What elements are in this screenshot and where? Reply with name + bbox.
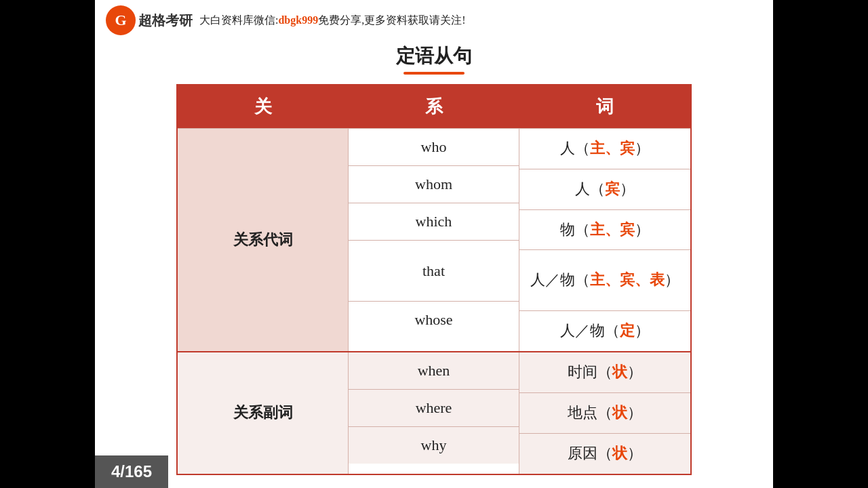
- brand-name: 超格考研: [138, 12, 193, 30]
- top-banner: G 超格考研 大白资料库微信:dbgk999免费分享,更多资料获取请关注!: [95, 0, 773, 38]
- notice-suffix: 免费分享,更多资料获取请关注!: [318, 14, 465, 26]
- pronoun-meanings: 人（主、宾） 人（宾） 物（主、宾） 人／物（主、宾、表） 人／物（定）: [519, 129, 690, 351]
- meaning-when: 时间（状）: [519, 352, 690, 393]
- notice-prefix: 大白资料库微信:: [199, 14, 278, 26]
- main-table: 关 系 词 关系代词 who whom which that whose 人（主…: [176, 84, 692, 475]
- word-when: when: [349, 352, 519, 390]
- logo-icon: G: [106, 5, 136, 35]
- meaning-why: 原因（状）: [519, 434, 690, 474]
- header-col-1: 关: [178, 85, 349, 128]
- meaning-where-pre: 地点（: [568, 403, 612, 424]
- word-which: which: [349, 203, 519, 241]
- meaning-where-red: 状: [612, 403, 627, 424]
- logo-area: G 超格考研: [106, 5, 193, 35]
- meaning-which: 物（主、宾）: [519, 210, 690, 251]
- meaning-who-red: 主、宾: [590, 138, 635, 159]
- adverb-meanings: 时间（状） 地点（状） 原因（状）: [519, 352, 690, 473]
- title-underline: [403, 72, 465, 75]
- meaning-whom-pre: 人（: [575, 179, 605, 200]
- category-pronouns: 关系代词: [178, 129, 349, 351]
- meaning-whom-suf: ）: [620, 179, 635, 200]
- group-pronouns: 关系代词 who whom which that whose 人（主、宾） 人（…: [178, 128, 690, 351]
- meaning-who: 人（主、宾）: [519, 129, 690, 169]
- meaning-that-pre: 人／物（: [530, 270, 590, 291]
- meaning-when-red: 状: [612, 362, 627, 383]
- meaning-whose-red: 定: [620, 321, 635, 342]
- meaning-who-pre: 人（: [560, 138, 590, 159]
- meaning-that-suf: ）: [665, 270, 679, 291]
- meaning-when-pre: 时间（: [568, 362, 612, 383]
- meaning-whose-suf: ）: [635, 321, 650, 342]
- table-header: 关 系 词: [178, 85, 690, 128]
- meaning-why-pre: 原因（: [568, 443, 612, 464]
- group-adverbs: 关系副词 when where why 时间（状） 地点（状） 原因（状）: [178, 351, 690, 473]
- meaning-which-suf: ）: [635, 220, 650, 241]
- pronoun-words: who whom which that whose: [349, 129, 519, 351]
- meaning-who-suf: ）: [635, 138, 650, 159]
- meaning-why-red: 状: [612, 443, 627, 464]
- notice-highlight: dbgk999: [278, 14, 318, 26]
- meaning-whom: 人（宾）: [519, 169, 690, 210]
- meaning-whose-pre: 人／物（: [560, 321, 620, 342]
- meaning-whom-red: 宾: [605, 179, 620, 200]
- word-why: why: [349, 427, 519, 464]
- word-that: that: [349, 241, 519, 302]
- header-col-2: 系: [349, 85, 519, 128]
- page-title: 定语从句: [396, 43, 472, 69]
- slide: G 超格考研 大白资料库微信:dbgk999免费分享,更多资料获取请关注! 定语…: [95, 0, 773, 488]
- category-adverbs: 关系副词: [178, 352, 349, 473]
- meaning-where: 地点（状）: [519, 393, 690, 434]
- word-who: who: [349, 129, 519, 166]
- meaning-which-red: 主、宾: [590, 220, 635, 241]
- meaning-where-suf: ）: [627, 403, 642, 424]
- page-number: 4/165: [95, 455, 168, 488]
- meaning-why-suf: ）: [627, 443, 642, 464]
- header-col-3: 词: [519, 85, 690, 128]
- meaning-when-suf: ）: [627, 362, 642, 383]
- adverb-words: when where why: [349, 352, 519, 473]
- meaning-that: 人／物（主、宾、表）: [519, 250, 690, 311]
- meaning-that-red: 主、宾、表: [590, 270, 665, 291]
- word-whom: whom: [349, 166, 519, 203]
- word-where: where: [349, 390, 519, 427]
- word-whose: whose: [349, 302, 519, 338]
- meaning-which-pre: 物（: [560, 220, 590, 241]
- notice-text: 大白资料库微信:dbgk999免费分享,更多资料获取请关注!: [199, 14, 762, 28]
- meaning-whose: 人／物（定）: [519, 311, 690, 351]
